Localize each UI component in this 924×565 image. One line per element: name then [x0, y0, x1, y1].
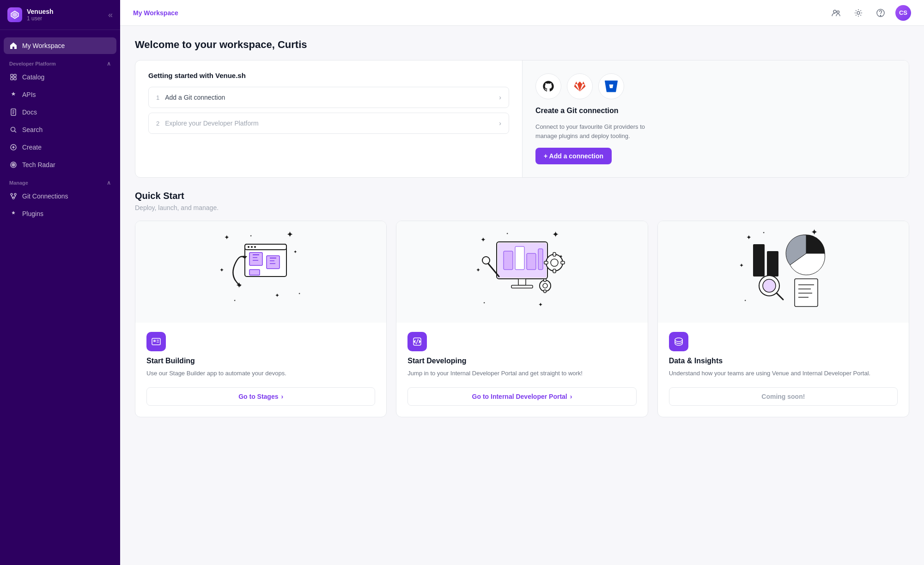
card-title-start-building: Start Building — [146, 357, 375, 365]
sidebar-item-label: Catalog — [22, 73, 44, 81]
user-avatar[interactable]: CS — [895, 5, 911, 21]
git-panel-title: Create a Git connection — [535, 107, 619, 115]
svg-text:✦: ✦ — [293, 249, 297, 254]
step-2-left: 2 Explore your Developer Platform — [156, 120, 259, 127]
manage-section: Manage ∧ — [4, 174, 116, 188]
svg-rect-90 — [767, 251, 778, 276]
sidebar-item-docs[interactable]: Docs — [4, 104, 116, 120]
sidebar-item-catalog[interactable]: Catalog — [4, 69, 116, 85]
svg-rect-67 — [518, 279, 526, 285]
apis-icon — [9, 90, 18, 99]
data-insights-icon — [669, 332, 688, 351]
quick-start-title: Quick Start — [135, 191, 909, 201]
svg-text:✦: ✦ — [746, 234, 752, 241]
step-1-label: Add a Git connection — [165, 94, 225, 101]
step-1[interactable]: 1 Add a Git connection › — [148, 87, 509, 108]
add-connection-button[interactable]: + Add a connection — [535, 148, 612, 164]
svg-rect-75 — [561, 261, 565, 264]
sidebar-collapse-button[interactable]: « — [108, 10, 113, 20]
workspace-info: Venuesh 1 user — [27, 8, 103, 22]
sidebar-logo-area: Venuesh 1 user « — [0, 0, 120, 30]
developer-platform-section: Developer Platform ∧ — [4, 55, 116, 69]
svg-point-22 — [837, 11, 839, 13]
svg-line-93 — [777, 293, 783, 300]
sidebar-item-my-workspace[interactable]: My Workspace — [4, 37, 116, 54]
svg-point-25 — [880, 15, 881, 16]
svg-point-77 — [543, 283, 547, 288]
section-chevron: ∧ — [107, 60, 111, 67]
svg-rect-68 — [511, 285, 533, 288]
quick-start-header: Quick Start — [135, 191, 909, 201]
catalog-icon — [9, 73, 18, 81]
go-to-stages-button[interactable]: Go to Stages › — [146, 387, 375, 406]
sidebar-item-tech-radar[interactable]: Tech Radar — [4, 156, 116, 173]
quick-start-grid: ✦ ✦ ✦ ✦ ⋆ ⋆ ⋆ — [135, 221, 909, 417]
sidebar-item-apis[interactable]: APIs — [4, 86, 116, 103]
plugins-icon — [9, 210, 18, 218]
svg-text:⋆: ⋆ — [233, 298, 236, 303]
svg-point-18 — [11, 193, 12, 195]
step-2[interactable]: 2 Explore your Developer Platform › — [148, 113, 509, 134]
step-1-number: 1 — [156, 94, 159, 101]
users-icon[interactable] — [829, 6, 844, 20]
card-body-start-developing: Start Developing Jump in to your Interna… — [396, 323, 647, 417]
workspace-name: Venuesh — [27, 8, 103, 15]
svg-text:✦: ✦ — [811, 228, 818, 237]
svg-point-19 — [14, 193, 16, 195]
svg-point-99 — [675, 338, 682, 342]
sidebar-item-git-connections[interactable]: Git Connections — [4, 188, 116, 204]
svg-rect-52 — [157, 340, 159, 341]
svg-rect-74 — [544, 261, 548, 264]
settings-icon[interactable] — [851, 6, 866, 20]
main-area: My Workspace — [120, 0, 924, 565]
card-desc-start-developing: Jump in to your Internal Developer Porta… — [407, 369, 636, 378]
svg-point-69 — [482, 257, 490, 264]
git-provider-icons — [535, 73, 624, 99]
svg-text:✦: ✦ — [219, 267, 224, 273]
welcome-title: Welcome to your workspace, Curtis — [135, 39, 909, 51]
help-icon[interactable] — [873, 6, 888, 20]
step-1-left: 1 Add a Git connection — [156, 94, 225, 101]
svg-rect-73 — [553, 269, 556, 273]
card-start-building: ✦ ✦ ✦ ✦ ⋆ ⋆ ⋆ — [135, 221, 387, 417]
svg-point-92 — [763, 279, 776, 292]
btn-arrow-icon: › — [570, 393, 572, 400]
sidebar-item-label: Tech Radar — [22, 161, 55, 168]
main-content: Welcome to your workspace, Curtis Gettin… — [120, 26, 924, 565]
create-icon — [9, 143, 18, 151]
sidebar-item-plugins[interactable]: Plugins — [4, 205, 116, 222]
quick-start-subtitle: Deploy, launch, and manage. — [135, 204, 909, 211]
gitlab-icon — [567, 73, 593, 99]
svg-text:✦: ✦ — [224, 234, 230, 241]
manage-section-chevron: ∧ — [107, 180, 111, 186]
svg-text:✦: ✦ — [236, 281, 243, 290]
go-to-idp-button[interactable]: Go to Internal Developer Portal › — [407, 387, 636, 406]
svg-rect-53 — [157, 342, 159, 343]
sidebar-item-create[interactable]: Create — [4, 139, 116, 156]
step-2-label: Explore your Developer Platform — [165, 120, 258, 127]
svg-rect-51 — [153, 340, 156, 342]
card-start-developing: ✦ ✦ ✦ ✦ ⋆ ✦ ⋆ — [396, 221, 648, 417]
svg-text:⋆: ⋆ — [506, 231, 509, 236]
bitbucket-icon — [598, 73, 624, 99]
svg-rect-5 — [14, 78, 16, 80]
sidebar-item-label: APIs — [22, 91, 36, 98]
step-1-chevron: › — [499, 94, 501, 101]
svg-text:✦: ✦ — [286, 230, 293, 239]
svg-text:⋆: ⋆ — [298, 291, 301, 296]
sidebar-item-label: Create — [22, 144, 42, 151]
btn-arrow-icon: › — [281, 393, 284, 400]
svg-text:✦: ✦ — [552, 230, 559, 239]
svg-text:⋆: ⋆ — [744, 298, 747, 303]
tech-radar-icon — [9, 161, 18, 169]
sidebar-item-label: Plugins — [22, 210, 43, 217]
sidebar-item-search[interactable]: Search — [4, 121, 116, 138]
topbar-title: My Workspace — [133, 9, 178, 17]
svg-text:✦: ✦ — [480, 236, 486, 243]
docs-icon — [9, 108, 18, 116]
svg-point-10 — [11, 127, 15, 132]
svg-text:⋆: ⋆ — [483, 300, 486, 305]
sidebar: Venuesh 1 user « My Workspace Developer … — [0, 0, 120, 565]
sidebar-item-label: Search — [22, 126, 43, 133]
svg-rect-72 — [553, 252, 556, 256]
